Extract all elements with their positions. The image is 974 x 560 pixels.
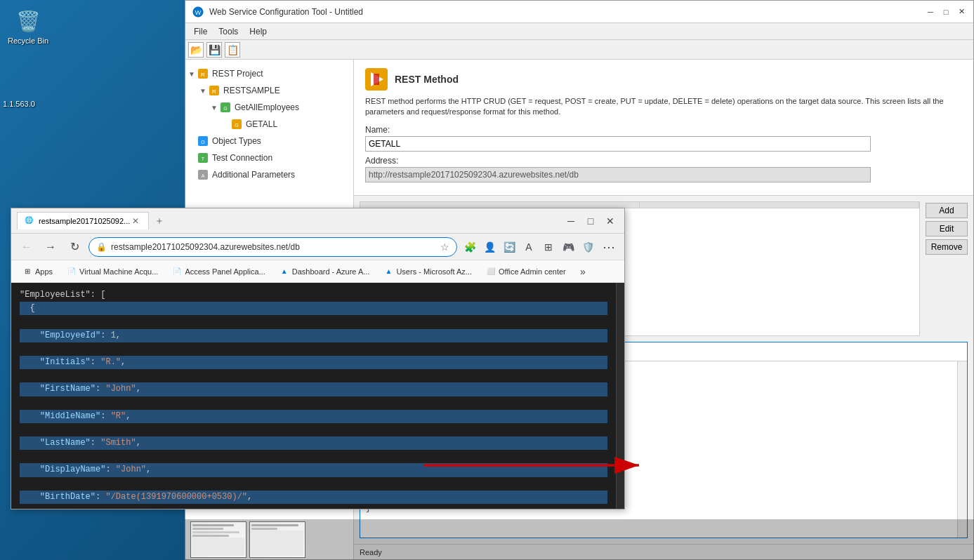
add-button[interactable]: Add — [926, 203, 968, 218]
tree-item-object-types[interactable]: O Object Types — [185, 133, 353, 149]
json-display: "EmployeeList": [ { "EmployeeId": 1, "In… — [11, 283, 616, 509]
action-buttons: Add Edit Remove — [926, 201, 968, 336]
browser-title-bar: 🌐 restsample20171025092... ✕ ＋ ─ □ ✕ — [11, 208, 624, 234]
toolbar-btn-1[interactable]: 📂 — [188, 42, 204, 58]
thumbnail-2[interactable] — [249, 521, 305, 558]
getall-icon: G — [230, 118, 243, 131]
new-tab-button[interactable]: ＋ — [149, 213, 170, 229]
tree-item-getallemps[interactable]: ▼ G GetAllEmployees — [185, 99, 353, 116]
bookmark-star-icon[interactable]: ☆ — [440, 241, 449, 253]
address-input[interactable] — [365, 167, 871, 182]
address-label: Address: — [365, 156, 962, 166]
browser-maximize[interactable]: □ — [582, 213, 599, 229]
svg-rect-18 — [374, 74, 379, 85]
browser-close[interactable]: ✕ — [602, 213, 619, 229]
menu-tools[interactable]: Tools — [213, 25, 244, 38]
rest-method-header: REST Method — [365, 68, 962, 91]
tab-close-button[interactable]: ✕ — [130, 215, 141, 227]
menu-help[interactable]: Help — [244, 25, 272, 38]
address-field[interactable] — [111, 242, 436, 252]
remove-button[interactable]: Remove — [926, 239, 968, 255]
form-row-address: Address: — [365, 156, 962, 182]
rewards-icon[interactable]: 🎮 — [560, 239, 577, 255]
toolbar: 📂 💾 📋 — [185, 40, 973, 60]
bookmark-users[interactable]: ▲ Users - Microsoft Az... — [378, 265, 478, 279]
bookmark-vm[interactable]: 📄 Virtual Machine Acqu... — [61, 265, 164, 279]
access-panel-bookmark-icon: 📄 — [172, 267, 182, 276]
bookmark-apps[interactable]: ⊞ Apps — [17, 265, 58, 279]
browser-tab-active[interactable]: 🌐 restsample20171025092... ✕ — [17, 212, 149, 229]
more-options-button[interactable]: ⋯ — [599, 237, 619, 257]
rest-method-section: REST Method REST method performs the HTT… — [354, 60, 973, 196]
getallemps-icon: G — [219, 101, 232, 114]
tree-label-restsample: RESTSAMPLE — [223, 86, 280, 95]
minimize-button[interactable]: ─ — [924, 6, 937, 18]
maximize-button[interactable]: □ — [940, 6, 952, 18]
dashboard-bookmark-icon: ▲ — [279, 267, 289, 276]
name-input[interactable] — [365, 136, 871, 152]
tree-item-rest-project[interactable]: ▼ R REST Project — [185, 65, 353, 82]
svg-text:W: W — [195, 9, 202, 16]
recycle-bin-label: Recycle Bin — [8, 36, 48, 45]
shield-icon[interactable]: 🛡️ — [579, 239, 596, 255]
svg-text:T: T — [202, 156, 205, 161]
restsample-icon: R — [208, 84, 221, 97]
extensions-icon[interactable]: 🧩 — [461, 239, 478, 255]
bookmark-vm-label: Virtual Machine Acqu... — [79, 267, 158, 276]
toolbar-btn-3[interactable]: 📋 — [225, 42, 240, 58]
window-title: Web Service Configuration Tool - Untitle… — [209, 7, 924, 17]
recycle-bin-icon[interactable]: 🗑️ Recycle Bin — [4, 7, 53, 45]
object-types-icon: O — [197, 135, 209, 147]
menu-file[interactable]: File — [188, 25, 213, 38]
browser-toolbar-icons: 🧩 👤 🔄 A ⊞ 🎮 🛡️ ⋯ — [461, 237, 619, 257]
tab-icon: 🌐 — [25, 216, 34, 226]
json-pre: "EmployeeList": [ { "EmployeeId": 1, "In… — [20, 288, 607, 509]
bookmark-access-panel[interactable]: 📄 Access Panel Applica... — [166, 265, 270, 279]
tree-label-rest-project: REST Project — [212, 69, 263, 79]
bookmark-access-panel-label: Access Panel Applica... — [185, 267, 265, 276]
bookmark-office-admin[interactable]: ⬜ Office Admin center — [480, 265, 572, 279]
sync-icon[interactable]: 🔄 — [501, 239, 518, 255]
tree-label-additional-params: Additional Parameters — [212, 170, 295, 180]
toolbar-btn-2[interactable]: 💾 — [206, 42, 222, 58]
tree-item-additional-params[interactable]: A Additional Parameters — [185, 166, 353, 183]
address-bar[interactable]: 🔒 ☆ — [88, 237, 457, 257]
browser-window-controls: ─ □ ✕ — [562, 213, 619, 229]
taskbar-thumbnails — [185, 519, 974, 560]
bookmarks-more-button[interactable]: » — [574, 263, 591, 280]
tree-arrow-restsample: ▼ — [199, 87, 208, 95]
reader-icon[interactable]: A — [520, 239, 537, 255]
close-button[interactable]: ✕ — [955, 6, 968, 18]
thumbnail-2-inner — [250, 522, 305, 557]
users-bookmark-icon: ▲ — [383, 267, 393, 276]
browser-address-bar: ← → ↻ 🔒 ☆ 🧩 👤 🔄 A ⊞ 🎮 🛡️ ⋯ — [11, 234, 624, 260]
account-icon[interactable]: 👤 — [481, 239, 498, 255]
response-scrollbar[interactable] — [957, 361, 967, 538]
tree-label-getall: GETALL — [246, 119, 277, 129]
thumbnail-1[interactable] — [190, 521, 246, 558]
test-connection-icon: T — [197, 152, 209, 164]
vm-bookmark-icon: 📄 — [67, 267, 77, 276]
refresh-button[interactable]: ↻ — [65, 237, 84, 257]
desktop: 🗑️ Recycle Bin 1.1.563.0 W Web Service C… — [0, 0, 974, 560]
browser-minimize[interactable]: ─ — [562, 213, 579, 229]
name-label: Name: — [365, 125, 962, 135]
security-icon: 🔒 — [96, 242, 107, 252]
svg-text:G: G — [223, 106, 227, 111]
bookmark-apps-label: Apps — [35, 267, 53, 276]
windows-icon[interactable]: ⊞ — [540, 239, 557, 255]
tree-item-test-connection[interactable]: T Test Connection — [185, 149, 353, 166]
svg-text:R: R — [201, 72, 205, 78]
tree-label-object-types: Object Types — [212, 136, 261, 146]
apps-bookmark-icon: ⊞ — [22, 267, 32, 276]
forward-button[interactable]: → — [41, 237, 60, 257]
bookmark-dashboard[interactable]: ▲ Dashboard - Azure A... — [274, 265, 376, 279]
tree-item-getall[interactable]: G GETALL — [185, 116, 353, 133]
window-controls: ─ □ ✕ — [924, 6, 968, 18]
edit-button[interactable]: Edit — [926, 221, 968, 236]
browser-scrollbar[interactable] — [616, 283, 624, 509]
tree-item-restsample[interactable]: ▼ R RESTSAMPLE — [185, 82, 353, 99]
app-icon: W — [191, 5, 205, 19]
back-button[interactable]: ← — [17, 237, 37, 257]
svg-text:G: G — [235, 123, 238, 128]
